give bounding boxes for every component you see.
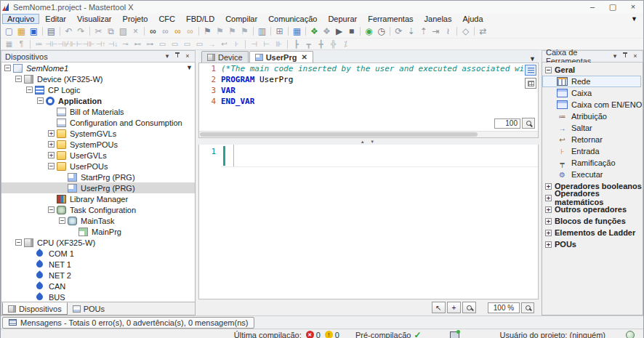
panel-pin-icon[interactable] (620, 51, 630, 62)
ld-input-icon[interactable]: ⊦ (230, 39, 243, 49)
declaration-zoom-value[interactable]: 100 (494, 118, 520, 129)
expander-icon[interactable]: + (545, 218, 552, 225)
tree-item-cpu-xf325-w[interactable]: −CPU (XF325-W) (1, 237, 195, 248)
build-icon[interactable]: ▦ (291, 25, 303, 38)
ld-return-icon[interactable]: ↩ (218, 39, 230, 49)
delete-icon[interactable]: × (129, 25, 142, 38)
ld-contact-falling-icon[interactable]: ⊣↓ (107, 39, 119, 49)
step-over-icon[interactable]: ⟳ (393, 25, 405, 38)
ld-contact-parallel-negated-icon[interactable]: ⊣⊩ (82, 39, 94, 49)
bookmark-toggle-icon[interactable]: ⚑ (201, 25, 214, 38)
ld-contact-parallel-icon[interactable]: ⊩⊢ (70, 39, 82, 49)
maximize-button[interactable]: ▢ (603, 1, 623, 13)
ld-insert-left-icon[interactable]: ⊣ (248, 39, 260, 49)
editor-tab-userprg[interactable]: UserPrg✕ (249, 51, 313, 63)
generate-runtime-icon[interactable]: ❖ (321, 25, 333, 38)
ld-box-icon[interactable]: ▭ (156, 39, 169, 49)
run-icon[interactable]: ▶ (333, 25, 345, 38)
editor-splitter[interactable]: ▲ ▼ (198, 138, 539, 145)
ld-comment-icon[interactable]: ¶ (15, 39, 28, 49)
declaration-hscrollbar[interactable] (199, 131, 538, 137)
menu-compilar[interactable]: Compilar (220, 14, 262, 24)
tree-item-usergvls[interactable]: +UserGVLs (1, 150, 195, 161)
expander-icon[interactable]: + (545, 195, 552, 201)
ld-insert-box-icon[interactable]: ⊪ (273, 39, 285, 49)
panel-tab-dispositivos[interactable]: Dispositivos (2, 302, 68, 315)
replace-in-project-icon[interactable]: ∞ (184, 25, 196, 38)
toolbox-item-retornar[interactable]: ↩Retornar (542, 134, 643, 145)
editor-zoom-button[interactable] (521, 302, 534, 313)
close-button[interactable]: × (623, 1, 643, 13)
bookmark-clear-icon[interactable]: ⚑ (238, 25, 251, 38)
ld-branch-above-icon[interactable]: ┳ (302, 39, 315, 49)
globe-icon[interactable] (626, 331, 635, 338)
expander-icon[interactable]: − (15, 76, 22, 82)
step-into-icon[interactable]: ⇣ (405, 25, 417, 38)
menu-comunica-o[interactable]: Comunicação (263, 14, 322, 24)
runtime-clock-icon[interactable]: ◷ (375, 25, 387, 38)
editor-tab-device[interactable]: Device (201, 51, 249, 63)
device-status-icon[interactable] (450, 331, 459, 338)
tab-close-icon[interactable]: ✕ (301, 53, 307, 61)
print-icon[interactable]: ▤ (45, 25, 57, 38)
undo-icon[interactable]: ↶ (63, 25, 75, 38)
tree-root-dropdown-icon[interactable]: ▼ (186, 64, 193, 71)
expander-icon[interactable]: + (545, 183, 552, 190)
expander-icon[interactable]: − (48, 206, 55, 213)
expander-icon[interactable]: + (48, 152, 55, 158)
bookmark-next-icon[interactable]: ⚑ (214, 25, 226, 38)
project-user-label[interactable]: Usuário do projeto: (ninguém) (499, 331, 605, 338)
cut-icon[interactable]: ✂ (92, 25, 105, 38)
menu-visualizar[interactable]: Visualizar (72, 14, 117, 24)
run-to-cursor-icon[interactable]: ⇥ (430, 25, 442, 38)
panel-close-icon[interactable]: × (630, 51, 640, 62)
menu-ferramentas[interactable]: Ferramentas (363, 14, 418, 24)
menu-ajuda[interactable]: Ajuda (457, 14, 488, 24)
declaration-editor[interactable]: 1(*The main code inserted by the user an… (198, 63, 539, 138)
tree-item-systemgvls[interactable]: +SystemGVLs (1, 128, 195, 139)
tree-item-device-xf325-w[interactable]: −Device (XF325-W) (1, 73, 195, 84)
expander-icon[interactable]: − (26, 86, 33, 93)
ld-function-block-icon[interactable]: ▭ (193, 39, 206, 49)
force-values-icon[interactable]: ◇ (459, 25, 472, 38)
toolbox-group-blocos-de-fun-es[interactable]: +Blocos de funções (542, 215, 643, 227)
write-values-icon[interactable]: ⇄ (477, 25, 489, 38)
step-out-icon[interactable]: ⇡ (417, 25, 430, 38)
flow-control-icon[interactable]: ≀ (442, 25, 454, 38)
menu-janelas[interactable]: Janelas (419, 14, 457, 24)
panel-pin-icon[interactable] (172, 51, 182, 62)
ld-toggle-comment-icon[interactable]: ╬ (327, 39, 339, 49)
toolbox-item-atribui-o[interactable]: ≔Atribuição (542, 110, 643, 122)
ld-branch-icon[interactable]: ┣ (290, 39, 302, 49)
toolbar-overflow-icon[interactable]: ▼ (631, 15, 637, 23)
textual-view-button[interactable] (525, 65, 536, 76)
tree-item-systempous[interactable]: +SystemPOUs (1, 139, 195, 150)
menu-projeto[interactable]: Projeto (118, 14, 153, 24)
messages-tab[interactable]: Mensagens - Totais 0 erro(s), 0 advertên… (2, 317, 254, 329)
redo-icon[interactable]: ↷ (75, 25, 87, 38)
expander-icon[interactable]: − (37, 97, 44, 104)
select-tool-button[interactable]: ↖ (432, 302, 446, 313)
ld-contact-rising-icon[interactable]: ⊣↑ (94, 39, 107, 49)
generate-code-icon[interactable]: ❖ (308, 25, 321, 38)
login-icon[interactable]: ◉ (363, 25, 375, 38)
open-project-icon[interactable]: ▦ (15, 25, 28, 38)
tree-item-startprg-prg[interactable]: StartPrg (PRG) (1, 172, 195, 182)
tree-item-userprg-prg[interactable]: UserPrg (PRG) (1, 182, 195, 193)
toolbox-group-elementos-de-ladder[interactable]: +Elementos de Ladder (542, 227, 643, 238)
tabular-view-button[interactable] (525, 78, 536, 89)
panel-menu-dropdown-icon[interactable]: ▾ (610, 51, 620, 62)
toolbox-item-saltar[interactable]: →Saltar (542, 122, 643, 134)
tree-item-userpous[interactable]: −UserPOUs (1, 161, 195, 172)
tree-item-maintask[interactable]: −MainTask (1, 215, 195, 226)
tree-item-mainprg[interactable]: MainPrg (1, 226, 195, 237)
save-icon[interactable]: ▣ (28, 25, 40, 38)
tree-item-task-configuration[interactable]: −Task Configuration (1, 204, 195, 215)
expander-icon[interactable]: − (59, 217, 65, 224)
find-icon[interactable]: ∞ (147, 25, 159, 38)
expander-icon[interactable]: + (545, 206, 552, 213)
editor-tab-overflow-icon[interactable]: ▼ (529, 55, 536, 63)
ld-coil-set-icon[interactable]: ⊷ (132, 39, 144, 49)
toolbox-group-operadores-matem-ticos[interactable]: +Operadores matemáticos (542, 192, 643, 204)
find-replace-icon[interactable]: ∞ (159, 25, 172, 38)
